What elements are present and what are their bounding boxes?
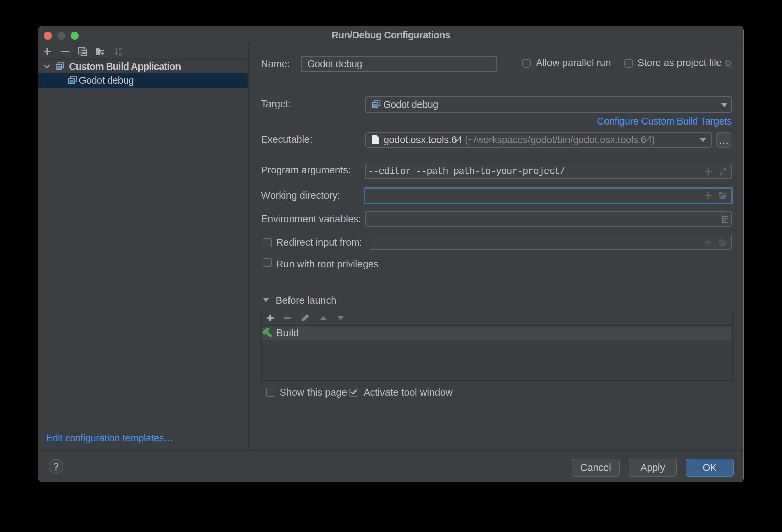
svg-text:a: a: [119, 47, 122, 51]
svg-text:z: z: [119, 52, 122, 56]
